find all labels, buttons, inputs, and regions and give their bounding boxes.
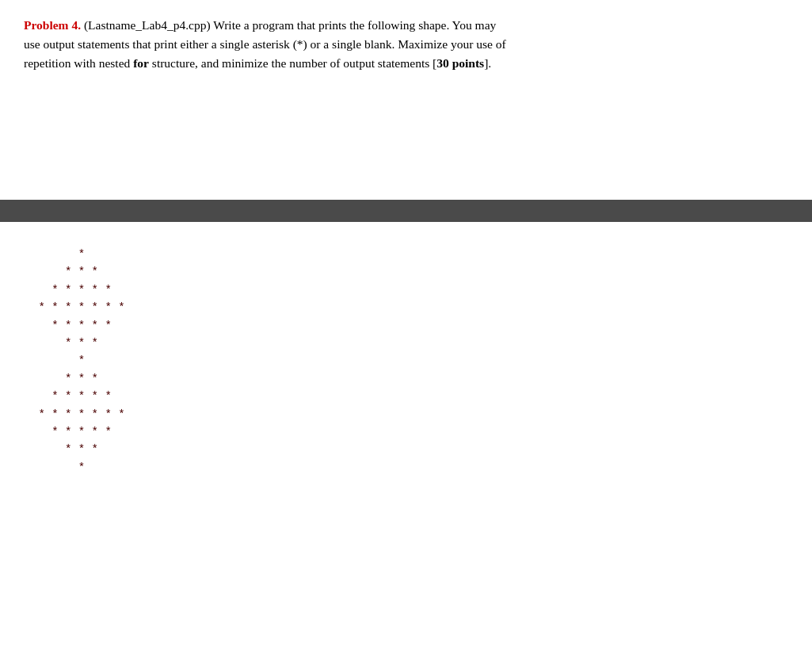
- divider-bar: [0, 200, 812, 222]
- description-part4: structure, and minimize the number of ou…: [149, 56, 436, 70]
- problem-description: Problem 4. (Lastname_Lab4_p4.cpp) Write …: [24, 16, 788, 73]
- description-part1: (Lastname_Lab4_p4.cpp) Write a program t…: [81, 18, 496, 32]
- top-section: Problem 4. (Lastname_Lab4_p4.cpp) Write …: [0, 0, 812, 89]
- page: Problem 4. (Lastname_Lab4_p4.cpp) Write …: [0, 0, 812, 669]
- points-label: 30 points: [436, 56, 484, 70]
- shape-display: * * * * * * * * * * * * * * * * * * * * …: [24, 246, 788, 476]
- for-keyword: for: [133, 56, 149, 70]
- problem-label: Problem 4.: [24, 18, 81, 32]
- description-part5: ].: [484, 56, 491, 70]
- bottom-section: * * * * * * * * * * * * * * * * * * * * …: [0, 222, 812, 492]
- description-part3: repetition with nested: [24, 56, 133, 70]
- description-part2: use output statements that print either …: [24, 37, 506, 51]
